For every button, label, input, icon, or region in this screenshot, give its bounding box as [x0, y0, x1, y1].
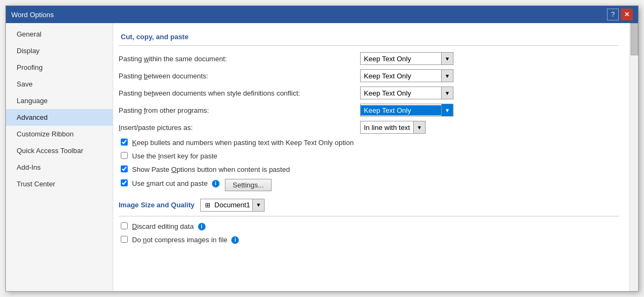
pasting-between-row: Pasting between documents: Keep Text Onl… [119, 69, 619, 82]
sidebar-item-add-ins[interactable]: Add-Ins [6, 159, 113, 176]
pasting-conflict-dropdown-wrapper: Keep Text Only ▼ [360, 86, 453, 99]
cut-copy-paste-header: Cut, copy, and paste [119, 28, 619, 46]
image-size-quality-title: Image Size and Quality [119, 201, 195, 209]
keep-bullets-row: Keep bullets and numbers when pasting te… [119, 138, 619, 148]
pasting-conflict-row: Pasting between documents when style def… [119, 86, 619, 99]
insert-paste-label: Insert/paste pictures as: [119, 124, 360, 132]
sidebar-item-save[interactable]: Save [6, 76, 113, 92]
pasting-within-label: Pasting within the same document: [119, 55, 360, 63]
close-button[interactable]: ✕ [621, 9, 633, 20]
insert-paste-dropdown-wrapper: In line with text ▼ [360, 121, 426, 134]
title-bar-buttons: ? ✕ [607, 9, 633, 20]
sidebar-item-advanced[interactable]: Advanced [6, 109, 113, 126]
insert-paste-dropdown-btn[interactable]: ▼ [413, 121, 425, 133]
use-insert-key-checkbox[interactable] [121, 152, 128, 159]
pasting-other-dropdown[interactable]: Keep Text Only ▼ [360, 104, 453, 117]
doc-label: Document1 [215, 201, 252, 209]
doc-dropdown[interactable]: ⊞ Document1 ▼ [200, 199, 265, 212]
keep-bullets-checkbox[interactable] [121, 139, 128, 146]
scrollbar-track[interactable] [630, 23, 638, 291]
pasting-within-row: Pasting within the same document: Keep T… [119, 52, 619, 65]
sidebar-item-customize-ribbon[interactable]: Customize Ribbon [6, 126, 113, 142]
help-button[interactable]: ? [607, 9, 619, 20]
discard-editing-label: Discard editing data i [132, 222, 206, 231]
pasting-within-dropdown-wrapper: Keep Text Only ▼ [360, 52, 453, 65]
do-not-compress-row: Do not compress images in file i [119, 235, 619, 245]
sidebar-item-language[interactable]: Language [6, 92, 113, 109]
use-smart-cut-label: Use smart cut and paste i [132, 179, 219, 189]
word-options-dialog: Word Options ? ✕ General Display Proofin… [5, 5, 639, 292]
scrollbar-thumb[interactable] [631, 23, 638, 55]
do-not-compress-label: Do not compress images in file i [132, 235, 239, 245]
pasting-conflict-dropdown-btn[interactable]: ▼ [441, 87, 453, 99]
insert-paste-value: In line with text [361, 122, 413, 133]
pasting-other-label: Pasting from other programs: [119, 106, 360, 114]
do-not-compress-info-icon: i [231, 236, 239, 244]
sidebar-item-general[interactable]: General [6, 26, 113, 42]
doc-icon: ⊞ [203, 200, 213, 210]
settings-button[interactable]: Settings... [225, 179, 272, 191]
pasting-within-value: Keep Text Only [361, 54, 441, 64]
show-paste-options-label: Show Paste Options button when content i… [132, 165, 290, 175]
dialog-title: Word Options [11, 11, 54, 19]
title-bar-left: Word Options [11, 11, 54, 19]
pasting-within-dropdown[interactable]: Keep Text Only ▼ [360, 52, 453, 65]
pasting-between-dropdown-wrapper: Keep Text Only ▼ [360, 69, 453, 82]
discard-editing-row: Discard editing data i [119, 222, 619, 231]
show-paste-options-checkbox[interactable] [121, 165, 128, 172]
sidebar-item-trust-center[interactable]: Trust Center [6, 176, 113, 192]
doc-dropdown-btn[interactable]: ▼ [252, 199, 264, 211]
insert-paste-dropdown[interactable]: In line with text ▼ [360, 121, 426, 134]
sidebar-item-display[interactable]: Display [6, 42, 113, 59]
keep-bullets-label: Keep bullets and numbers when pasting te… [132, 138, 354, 148]
do-not-compress-checkbox[interactable] [121, 236, 128, 243]
pasting-other-dropdown-btn[interactable]: ▼ [441, 104, 453, 116]
title-bar: Word Options ? ✕ [6, 6, 638, 23]
pasting-between-dropdown[interactable]: Keep Text Only ▼ [360, 69, 453, 82]
content-inner: Cut, copy, and paste Pasting within the … [113, 23, 630, 254]
use-smart-cut-checkbox[interactable] [121, 179, 128, 186]
pasting-within-dropdown-btn[interactable]: ▼ [441, 53, 453, 64]
pasting-conflict-label: Pasting between documents when style def… [119, 89, 360, 97]
content-area: Cut, copy, and paste Pasting within the … [113, 23, 638, 291]
pasting-conflict-dropdown[interactable]: Keep Text Only ▼ [360, 86, 453, 99]
pasting-conflict-value: Keep Text Only [361, 88, 441, 98]
smart-cut-info-icon: i [212, 180, 219, 187]
pasting-other-row: Pasting from other programs: Keep Text O… [119, 104, 619, 117]
pasting-between-label: Pasting between documents: [119, 72, 360, 80]
discard-editing-info-icon: i [198, 223, 206, 230]
insert-paste-row: Insert/paste pictures as: In line with t… [119, 121, 619, 134]
pasting-between-dropdown-btn[interactable]: ▼ [441, 70, 453, 82]
use-insert-key-label: Use the Insert key for paste [132, 151, 217, 161]
pasting-between-value: Keep Text Only [361, 71, 441, 81]
pasting-other-value: Keep Text Only [361, 105, 441, 115]
sidebar-item-quick-access-toolbar[interactable]: Quick Access Toolbar [6, 142, 113, 159]
show-paste-options-row: Show Paste Options button when content i… [119, 165, 619, 175]
sidebar-item-proofing[interactable]: Proofing [6, 59, 113, 76]
use-insert-key-row: Use the Insert key for paste [119, 151, 619, 161]
dialog-body: General Display Proofing Save Language A… [6, 23, 638, 291]
discard-editing-checkbox[interactable] [121, 222, 128, 229]
use-smart-cut-row: Use smart cut and paste i Settings... [119, 179, 619, 191]
image-size-quality-header: Image Size and Quality ⊞ Document1 ▼ [119, 199, 619, 216]
pasting-other-dropdown-wrapper: Keep Text Only ▼ [360, 104, 453, 117]
sidebar: General Display Proofing Save Language A… [6, 23, 113, 291]
